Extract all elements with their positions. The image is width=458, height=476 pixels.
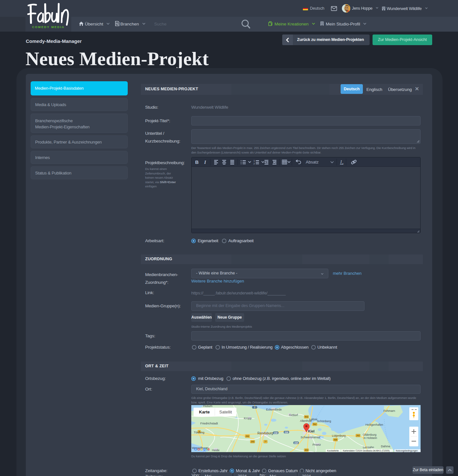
- svg-text:Dahme: Dahme: [381, 445, 390, 448]
- svg-text:Heide: Heide: [212, 449, 220, 452]
- svg-text:430: 430: [334, 439, 337, 441]
- svg-text:I: I: [204, 160, 206, 165]
- svg-text:Gettorf: Gettorf: [289, 413, 298, 417]
- svg-text:Laboe: Laboe: [309, 418, 317, 421]
- svg-text:Karte: Karte: [199, 410, 210, 414]
- svg-text:404: 404: [305, 449, 308, 451]
- svg-text:Husum: Husum: [203, 405, 213, 408]
- svg-text:202: 202: [246, 435, 249, 437]
- svg-text:Friedrichstadt: Friedrichstadt: [200, 422, 218, 425]
- svg-text:Schwentinental: Schwentinental: [301, 436, 320, 439]
- svg-text:203: 203: [251, 441, 254, 443]
- svg-text:502: 502: [313, 423, 317, 425]
- svg-text:503: 503: [305, 416, 308, 418]
- svg-text:Heiligenhafen: Heiligenhafen: [365, 423, 383, 426]
- svg-text:Schönberg: Schönberg: [317, 420, 331, 423]
- svg-text:Oldenburg: Oldenburg: [363, 433, 376, 436]
- svg-text:B: B: [195, 159, 199, 165]
- svg-text:210: 210: [285, 431, 288, 433]
- svg-text:G: G: [194, 447, 197, 451]
- svg-text:Rendsburg: Rendsburg: [257, 431, 273, 435]
- svg-text:Lensahn: Lensahn: [363, 446, 374, 449]
- svg-text:Preetz: Preetz: [313, 443, 321, 446]
- svg-text:g: g: [203, 447, 206, 451]
- svg-text:Eckernförde: Eckernförde: [266, 408, 282, 411]
- svg-text:Absatz: Absatz: [306, 160, 319, 164]
- svg-text:o: o: [200, 447, 203, 451]
- svg-text:Lütjenburg: Lütjenburg: [332, 434, 346, 437]
- svg-text:7: 7: [254, 406, 255, 409]
- svg-text:77: 77: [264, 441, 267, 443]
- svg-text:215: 215: [294, 442, 298, 444]
- svg-text:Kurzbefehle: Kurzbefehle: [327, 450, 339, 452]
- svg-text:Kartendaten ©2024 GeoBasis-DE/: Kartendaten ©2024 GeoBasis-DE/BKG (©2009…: [343, 450, 390, 452]
- svg-text:e: e: [207, 447, 210, 451]
- svg-text:Tönning: Tönning: [194, 431, 204, 434]
- svg-text:Fehmarn: Fehmarn: [383, 409, 395, 412]
- svg-text:2: 2: [254, 163, 255, 165]
- svg-text:I: I: [340, 160, 342, 164]
- svg-text:o: o: [197, 447, 200, 451]
- svg-text:x: x: [342, 162, 344, 165]
- svg-text:Kropp: Kropp: [244, 417, 252, 420]
- svg-text:COMEDY MEDIA: COMEDY MEDIA: [32, 25, 65, 29]
- svg-text:Satellit: Satellit: [219, 410, 232, 414]
- svg-text:in Holstein: in Holstein: [363, 436, 377, 440]
- svg-text:210: 210: [274, 432, 278, 434]
- svg-text:202: 202: [356, 434, 360, 437]
- svg-text:Nutzungsbedingungen: Nutzungsbedingungen: [396, 450, 418, 452]
- svg-text:Kiel: Kiel: [308, 429, 314, 433]
- svg-text:1: 1: [254, 160, 255, 162]
